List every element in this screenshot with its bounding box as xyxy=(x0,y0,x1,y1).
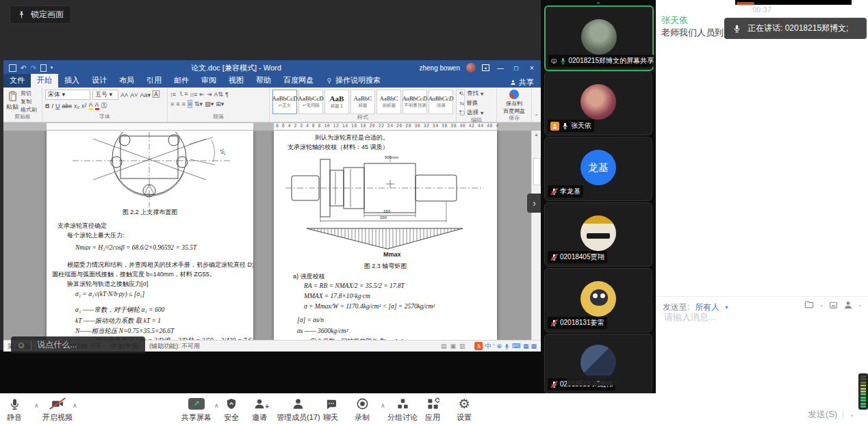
chat-message-input[interactable] xyxy=(663,311,857,323)
quick-chat-placeholder[interactable]: 说点什么... xyxy=(37,339,77,351)
copy-button[interactable]: 复制 xyxy=(21,98,37,105)
tab-help[interactable]: 帮助 xyxy=(250,74,277,88)
new-doc-icon[interactable] xyxy=(40,64,47,72)
font-family-select[interactable]: 宋体 ▾ xyxy=(45,90,90,100)
shading-button[interactable]: ▨▾ xyxy=(205,101,214,107)
tab-file[interactable]: 文件 xyxy=(3,74,31,88)
invite-button[interactable]: + 邀请 xyxy=(252,397,267,423)
cut-button[interactable]: 剪切 xyxy=(21,90,37,97)
restore-button[interactable]: □ xyxy=(511,64,521,72)
select-button[interactable]: ▢ 选择 ▾ xyxy=(459,109,483,117)
increase-indent-button[interactable]: ⇥ xyxy=(207,91,212,98)
scroll-participants-down-button[interactable]: ⌄ xyxy=(567,375,630,386)
style-subtle-emphasis[interactable]: AaBbCcD 不明显强调 xyxy=(403,90,427,114)
font-size-select[interactable]: 五号 ▾ xyxy=(92,90,118,100)
style-heading1[interactable]: AaB 标题 1 xyxy=(324,90,349,114)
tab-layout[interactable]: 布局 xyxy=(113,74,140,88)
borders-button[interactable]: ⊞▾ xyxy=(216,101,224,107)
minimize-button[interactable]: — xyxy=(496,64,505,72)
manage-members-button[interactable]: 管理成员(17) xyxy=(277,397,320,423)
send-button[interactable]: 发送(S) xyxy=(808,408,837,421)
ime-toolbox-icon[interactable]: ▩ xyxy=(531,343,537,349)
style-no-spacing[interactable]: AaBbCcD ↵无间隔 xyxy=(298,90,323,114)
participant-tile[interactable]: 龙基 李龙基 xyxy=(544,137,652,201)
video-options-caret[interactable]: ∧ xyxy=(73,402,77,409)
style-normal[interactable]: AaBbCcD ↵正文 xyxy=(272,90,297,114)
file-caret-icon[interactable]: ⌄ xyxy=(819,302,824,308)
save-to-netdisk-button[interactable]: 保存到 百度网盘 xyxy=(500,90,528,115)
document-area[interactable]: 15° 图 2.2 上支撑布置图 支承滚轮直径确定 每个滚轮上最大压力: Nma… xyxy=(3,131,541,340)
ime-keyboard-icon[interactable]: ⌨ xyxy=(512,343,521,349)
multilevel-list-button[interactable]: ⁝⁝≡ xyxy=(190,91,197,98)
align-center-button[interactable]: ≡ xyxy=(176,101,179,107)
numbering-button[interactable]: ⒈≡ xyxy=(178,90,188,98)
chat-button[interactable]: 聊天 xyxy=(323,397,338,423)
ime-emoji-icon[interactable]: ⊕ xyxy=(496,343,502,349)
sort-button[interactable]: A⇅ xyxy=(214,91,223,98)
style-title[interactable]: AaBbC 标题 xyxy=(350,90,375,114)
show-marks-button[interactable]: ¶ xyxy=(225,91,229,98)
ime-skin-icon[interactable]: ▦ xyxy=(523,343,529,349)
security-button[interactable]: 安全 xyxy=(224,397,239,423)
clear-format-button[interactable]: 🄰 xyxy=(153,91,159,98)
style-subtitle[interactable]: AaBbC 副标题 xyxy=(376,90,401,114)
word-user-avatar[interactable] xyxy=(466,63,476,72)
participant-tile-sharing[interactable]: 02018215郑博文的屏幕共享 xyxy=(544,5,654,71)
highlight-button[interactable]: A xyxy=(89,101,93,110)
tab-mailings[interactable]: 邮件 xyxy=(168,74,195,88)
web-layout-icon[interactable]: ▥ xyxy=(459,343,465,349)
style-emphasis[interactable]: AaBbCcD 强调 xyxy=(429,90,453,114)
file-attach-icon[interactable] xyxy=(804,300,815,310)
justify-button[interactable]: ≡ xyxy=(188,100,192,108)
shrink-font-button[interactable]: A˅ xyxy=(130,92,138,98)
start-video-button[interactable]: 开启视频 xyxy=(42,397,73,423)
pin-view-button[interactable]: 锁定画面 xyxy=(10,5,71,24)
read-mode-icon[interactable]: ▤ xyxy=(441,343,447,349)
mute-options-caret[interactable]: ∧ xyxy=(34,402,39,409)
align-right-button[interactable]: ≡ xyxy=(182,101,186,107)
bullets-button[interactable]: ⁝≡ xyxy=(170,91,176,98)
horizontal-ruler[interactable]: 8 6 4 2 2 4 6 8 10 12 14 16 18 20 22 24 … xyxy=(3,122,541,131)
mention-caret-icon[interactable]: ⌄ xyxy=(858,302,863,308)
tab-design[interactable]: 设计 xyxy=(86,74,113,88)
breakout-rooms-button[interactable]: 分组讨论 xyxy=(387,397,418,423)
italic-button[interactable]: I xyxy=(52,103,54,109)
undo-icon[interactable]: ↶ xyxy=(21,64,26,72)
tab-references[interactable]: 引用 xyxy=(140,74,168,88)
superscript-button[interactable]: x² xyxy=(81,103,87,109)
send-options-caret-icon[interactable]: ⌄ xyxy=(849,411,854,418)
record-button[interactable]: 录制 xyxy=(355,397,370,423)
mute-button[interactable]: 静音 xyxy=(7,397,22,423)
participant-tile[interactable]: 02018131姜雷 xyxy=(544,268,652,332)
font-color-button[interactable]: A xyxy=(95,101,99,110)
settings-button[interactable]: ⚙ 设置 xyxy=(457,397,472,423)
strikethrough-button[interactable]: abc xyxy=(62,103,73,109)
collapse-panel-button[interactable]: › xyxy=(527,194,541,213)
view-mode-buttons[interactable]: ▤ ▣ ▥ xyxy=(441,343,465,349)
send-to-caret-icon[interactable]: ▾ xyxy=(725,304,728,310)
line-spacing-button[interactable]: ⇅▾ xyxy=(194,101,203,107)
save-icon[interactable] xyxy=(9,64,16,72)
vertical-scrollbar[interactable]: ▲ xyxy=(531,131,541,340)
record-options-caret[interactable]: ∧ xyxy=(381,402,385,409)
share-options-caret[interactable]: ∧ xyxy=(214,402,219,409)
sogou-ime-bar[interactable]: S 中 ’ ⊕ ⌨ ▦ ▩ xyxy=(474,342,537,351)
format-painter-button[interactable]: 格式刷 xyxy=(21,106,37,114)
print-layout-icon[interactable]: ▣ xyxy=(450,343,456,349)
tab-baidu-netdisk[interactable]: 百度网盘 xyxy=(277,74,320,88)
find-button[interactable]: 查找 ▾ xyxy=(459,90,483,98)
ribbon-display-options-icon[interactable]: ▴ xyxy=(482,64,489,71)
replace-button[interactable]: ⇆ 替换 xyxy=(459,99,483,107)
ime-punct-icon[interactable]: ’ xyxy=(493,343,494,349)
collapse-ribbon-button[interactable]: ⌃ xyxy=(532,88,541,122)
chat-sender-name[interactable]: 张天依 xyxy=(661,14,688,27)
tell-me-search[interactable]: 操作说明搜索 xyxy=(320,74,387,88)
paste-button[interactable]: 粘贴 xyxy=(6,90,18,114)
participant-tile[interactable]: 02018405贾翔 xyxy=(544,202,652,267)
participant-tile[interactable]: 张天依 xyxy=(544,71,652,135)
share-screen-button[interactable]: ↗ 共享屏幕 xyxy=(181,397,212,423)
scroll-up-icon[interactable]: ▲ xyxy=(532,131,541,139)
scrollbar-thumb[interactable] xyxy=(533,158,541,185)
quick-chat-pill[interactable]: ☺ 说点什么... xyxy=(11,336,145,354)
bold-button[interactable]: B xyxy=(45,103,50,109)
